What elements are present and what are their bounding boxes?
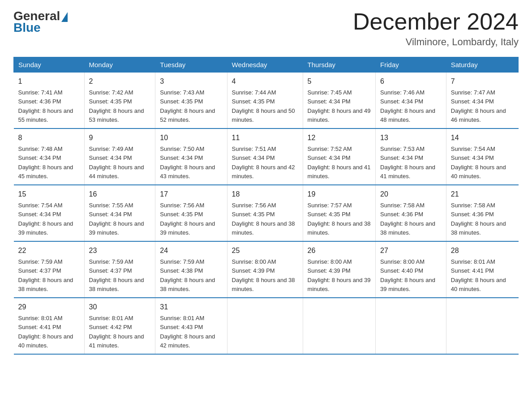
day-number: 16 — [89, 189, 151, 200]
day-number: 26 — [308, 245, 371, 256]
day-info: Sunrise: 7:53 AMSunset: 4:34 PMDaylight:… — [380, 146, 435, 180]
day-info: Sunrise: 7:55 AMSunset: 4:34 PMDaylight:… — [89, 202, 144, 236]
day-number: 1 — [18, 76, 80, 87]
calendar-day-cell: 9 Sunrise: 7:49 AMSunset: 4:34 PMDayligh… — [84, 128, 155, 185]
day-number: 4 — [232, 76, 298, 87]
day-number: 2 — [89, 76, 151, 87]
calendar-day-cell: 2 Sunrise: 7:42 AMSunset: 4:35 PMDayligh… — [84, 73, 155, 129]
calendar-day-cell: 11 Sunrise: 7:51 AMSunset: 4:34 PMDaylig… — [227, 128, 303, 185]
day-number: 10 — [160, 133, 222, 143]
logo-blue-text: Blue — [13, 21, 41, 35]
day-info: Sunrise: 7:59 AMSunset: 4:37 PMDaylight:… — [18, 258, 73, 292]
day-info: Sunrise: 7:41 AMSunset: 4:36 PMDaylight:… — [18, 89, 73, 123]
day-info: Sunrise: 7:56 AMSunset: 4:35 PMDaylight:… — [160, 202, 215, 236]
day-info: Sunrise: 7:54 AMSunset: 4:34 PMDaylight:… — [451, 146, 506, 180]
day-info: Sunrise: 7:46 AMSunset: 4:34 PMDaylight:… — [380, 89, 435, 123]
day-info: Sunrise: 8:00 AMSunset: 4:39 PMDaylight:… — [308, 258, 371, 292]
day-info: Sunrise: 8:01 AMSunset: 4:41 PMDaylight:… — [451, 258, 506, 292]
calendar-day-cell: 21 Sunrise: 7:58 AMSunset: 4:36 PMDaylig… — [446, 185, 518, 241]
calendar-week-row: 22 Sunrise: 7:59 AMSunset: 4:37 PMDaylig… — [14, 241, 519, 298]
calendar-day-cell: 31 Sunrise: 8:01 AMSunset: 4:43 PMDaylig… — [155, 298, 227, 354]
calendar-day-cell: 18 Sunrise: 7:56 AMSunset: 4:35 PMDaylig… — [227, 185, 303, 241]
calendar-day-cell: 16 Sunrise: 7:55 AMSunset: 4:34 PMDaylig… — [84, 185, 155, 241]
month-title: December 2024 — [353, 9, 519, 34]
calendar-day-cell: 28 Sunrise: 8:01 AMSunset: 4:41 PMDaylig… — [446, 241, 518, 298]
day-info: Sunrise: 7:44 AMSunset: 4:35 PMDaylight:… — [232, 89, 295, 123]
calendar-day-cell: 3 Sunrise: 7:43 AMSunset: 4:35 PMDayligh… — [155, 73, 227, 129]
calendar-day-cell: 15 Sunrise: 7:54 AMSunset: 4:34 PMDaylig… — [14, 185, 85, 241]
calendar-day-cell — [303, 298, 375, 354]
header-tuesday: Tuesday — [155, 57, 227, 73]
title-section: December 2024 Vilminore, Lombardy, Italy — [353, 9, 519, 48]
calendar-day-cell: 14 Sunrise: 7:54 AMSunset: 4:34 PMDaylig… — [446, 128, 518, 185]
day-number: 14 — [451, 133, 514, 143]
day-number: 27 — [380, 245, 442, 256]
day-number: 29 — [18, 302, 80, 313]
header-wednesday: Wednesday — [227, 57, 303, 73]
day-info: Sunrise: 7:58 AMSunset: 4:36 PMDaylight:… — [380, 202, 435, 236]
calendar-day-cell: 20 Sunrise: 7:58 AMSunset: 4:36 PMDaylig… — [376, 185, 446, 241]
day-number: 9 — [89, 133, 151, 143]
calendar-day-cell: 30 Sunrise: 8:01 AMSunset: 4:42 PMDaylig… — [84, 298, 155, 354]
calendar-day-cell: 27 Sunrise: 8:00 AMSunset: 4:40 PMDaylig… — [376, 241, 446, 298]
calendar-day-cell: 12 Sunrise: 7:52 AMSunset: 4:34 PMDaylig… — [303, 128, 375, 185]
day-number: 30 — [89, 302, 151, 313]
calendar-day-cell: 10 Sunrise: 7:50 AMSunset: 4:34 PMDaylig… — [155, 128, 227, 185]
day-info: Sunrise: 7:57 AMSunset: 4:35 PMDaylight:… — [308, 202, 371, 236]
logo-triangle-icon — [61, 12, 68, 22]
day-info: Sunrise: 8:01 AMSunset: 4:43 PMDaylight:… — [160, 315, 215, 349]
calendar-day-cell: 7 Sunrise: 7:47 AMSunset: 4:34 PMDayligh… — [446, 73, 518, 129]
day-info: Sunrise: 7:52 AMSunset: 4:34 PMDaylight:… — [308, 146, 371, 180]
calendar-day-cell — [376, 298, 446, 354]
header-monday: Monday — [84, 57, 155, 73]
day-info: Sunrise: 7:59 AMSunset: 4:37 PMDaylight:… — [89, 258, 144, 292]
header-saturday: Saturday — [446, 57, 518, 73]
day-number: 5 — [308, 76, 371, 87]
day-info: Sunrise: 7:51 AMSunset: 4:34 PMDaylight:… — [232, 146, 295, 180]
header-sunday: Sunday — [14, 57, 85, 73]
calendar-day-cell: 8 Sunrise: 7:48 AMSunset: 4:34 PMDayligh… — [14, 128, 85, 185]
day-info: Sunrise: 7:58 AMSunset: 4:36 PMDaylight:… — [451, 202, 506, 236]
day-info: Sunrise: 7:48 AMSunset: 4:34 PMDaylight:… — [18, 146, 73, 180]
day-info: Sunrise: 7:45 AMSunset: 4:34 PMDaylight:… — [308, 89, 371, 123]
day-number: 25 — [232, 245, 298, 256]
day-info: Sunrise: 7:43 AMSunset: 4:35 PMDaylight:… — [160, 89, 215, 123]
day-info: Sunrise: 7:50 AMSunset: 4:34 PMDaylight:… — [160, 146, 215, 180]
day-info: Sunrise: 7:47 AMSunset: 4:34 PMDaylight:… — [451, 89, 506, 123]
calendar-day-cell: 24 Sunrise: 7:59 AMSunset: 4:38 PMDaylig… — [155, 241, 227, 298]
calendar-week-row: 1 Sunrise: 7:41 AMSunset: 4:36 PMDayligh… — [14, 73, 519, 129]
calendar-day-cell: 13 Sunrise: 7:53 AMSunset: 4:34 PMDaylig… — [376, 128, 446, 185]
logo: General Blue — [13, 9, 68, 35]
day-info: Sunrise: 7:59 AMSunset: 4:38 PMDaylight:… — [160, 258, 215, 292]
day-info: Sunrise: 7:56 AMSunset: 4:35 PMDaylight:… — [232, 202, 295, 236]
header-friday: Friday — [376, 57, 446, 73]
day-number: 18 — [232, 189, 298, 200]
day-info: Sunrise: 8:01 AMSunset: 4:41 PMDaylight:… — [18, 315, 73, 349]
day-number: 31 — [160, 302, 222, 313]
calendar-day-cell: 1 Sunrise: 7:41 AMSunset: 4:36 PMDayligh… — [14, 73, 85, 129]
header-thursday: Thursday — [303, 57, 375, 73]
calendar-day-cell: 22 Sunrise: 7:59 AMSunset: 4:37 PMDaylig… — [14, 241, 85, 298]
day-info: Sunrise: 8:00 AMSunset: 4:40 PMDaylight:… — [380, 258, 435, 292]
day-info: Sunrise: 8:01 AMSunset: 4:42 PMDaylight:… — [89, 315, 144, 349]
location-subtitle: Vilminore, Lombardy, Italy — [353, 36, 519, 48]
calendar-day-cell — [227, 298, 303, 354]
day-info: Sunrise: 7:54 AMSunset: 4:34 PMDaylight:… — [18, 202, 73, 236]
day-number: 7 — [451, 76, 514, 87]
day-number: 8 — [18, 133, 80, 143]
day-number: 19 — [308, 189, 371, 200]
day-number: 23 — [89, 245, 151, 256]
calendar-week-row: 29 Sunrise: 8:01 AMSunset: 4:41 PMDaylig… — [14, 298, 519, 354]
day-info: Sunrise: 8:00 AMSunset: 4:39 PMDaylight:… — [232, 258, 295, 292]
calendar-week-row: 15 Sunrise: 7:54 AMSunset: 4:34 PMDaylig… — [14, 185, 519, 241]
day-number: 12 — [308, 133, 371, 143]
day-number: 17 — [160, 189, 222, 200]
day-info: Sunrise: 7:49 AMSunset: 4:34 PMDaylight:… — [89, 146, 144, 180]
calendar-day-cell: 5 Sunrise: 7:45 AMSunset: 4:34 PMDayligh… — [303, 73, 375, 129]
day-info: Sunrise: 7:42 AMSunset: 4:35 PMDaylight:… — [89, 89, 144, 123]
calendar-day-cell: 6 Sunrise: 7:46 AMSunset: 4:34 PMDayligh… — [376, 73, 446, 129]
calendar-day-cell: 4 Sunrise: 7:44 AMSunset: 4:35 PMDayligh… — [227, 73, 303, 129]
calendar-day-cell — [446, 298, 518, 354]
calendar-header-row: Sunday Monday Tuesday Wednesday Thursday… — [14, 57, 519, 73]
calendar-day-cell: 23 Sunrise: 7:59 AMSunset: 4:37 PMDaylig… — [84, 241, 155, 298]
